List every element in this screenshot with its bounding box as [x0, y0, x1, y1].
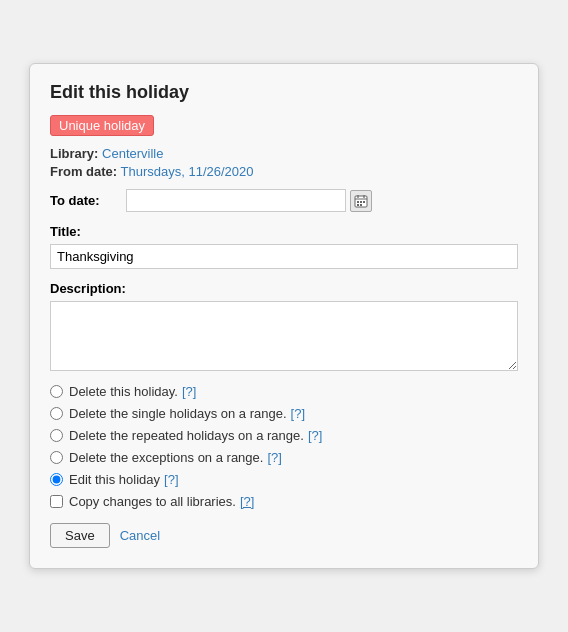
library-value: Centerville — [102, 146, 163, 161]
title-label: Title: — [50, 224, 518, 239]
radio-delete-exceptions[interactable] — [50, 451, 63, 464]
library-label: Library: — [50, 146, 98, 161]
radio-edit-holiday[interactable] — [50, 473, 63, 486]
description-label: Description: — [50, 281, 518, 296]
radio-delete-single-label: Delete the single holidays on a range. — [69, 406, 287, 421]
radio-row-delete-repeated: Delete the repeated holidays on a range.… — [50, 428, 518, 443]
from-date-value: Thursdays, 11/26/2020 — [121, 164, 254, 179]
library-row: Library: Centerville — [50, 146, 518, 161]
svg-rect-8 — [360, 204, 362, 206]
cancel-button[interactable]: Cancel — [120, 528, 160, 543]
radio-row-delete-single: Delete the single holidays on a range. [… — [50, 406, 518, 421]
from-date-row: From date: Thursdays, 11/26/2020 — [50, 164, 518, 179]
save-button[interactable]: Save — [50, 523, 110, 548]
copy-changes-label: Copy changes to all libraries. — [69, 494, 236, 509]
action-row: Save Cancel — [50, 523, 518, 548]
svg-rect-6 — [363, 201, 365, 203]
calendar-icon[interactable] — [350, 190, 372, 212]
radio-row-edit-holiday: Edit this holiday [?] — [50, 472, 518, 487]
help-link-delete-exceptions[interactable]: [?] — [267, 450, 281, 465]
radio-options-group: Delete this holiday. [?] Delete the sing… — [50, 384, 518, 487]
from-date-label: From date: — [50, 164, 117, 179]
radio-delete-exceptions-label: Delete the exceptions on a range. — [69, 450, 263, 465]
radio-delete-repeated[interactable] — [50, 429, 63, 442]
to-date-row: To date: — [50, 189, 518, 212]
radio-row-delete-exceptions: Delete the exceptions on a range. [?] — [50, 450, 518, 465]
to-date-label: To date: — [50, 193, 120, 208]
title-input[interactable] — [50, 244, 518, 269]
radio-edit-holiday-label: Edit this holiday — [69, 472, 160, 487]
copy-changes-checkbox[interactable] — [50, 495, 63, 508]
svg-rect-4 — [357, 201, 359, 203]
to-date-input[interactable] — [126, 189, 346, 212]
description-textarea[interactable] — [50, 301, 518, 371]
edit-holiday-dialog: Edit this holiday Unique holiday Library… — [29, 63, 539, 569]
radio-delete-single[interactable] — [50, 407, 63, 420]
help-link-edit-holiday[interactable]: [?] — [164, 472, 178, 487]
help-link-delete-single[interactable]: [?] — [291, 406, 305, 421]
help-link-delete-repeated[interactable]: [?] — [308, 428, 322, 443]
svg-rect-7 — [357, 204, 359, 206]
dialog-title: Edit this holiday — [50, 82, 518, 103]
help-link-copy-changes[interactable]: [?] — [240, 494, 254, 509]
radio-delete-holiday[interactable] — [50, 385, 63, 398]
unique-holiday-badge: Unique holiday — [50, 115, 154, 136]
copy-changes-row: Copy changes to all libraries. [?] — [50, 494, 518, 509]
radio-delete-repeated-label: Delete the repeated holidays on a range. — [69, 428, 304, 443]
radio-row-delete-holiday: Delete this holiday. [?] — [50, 384, 518, 399]
svg-rect-5 — [360, 201, 362, 203]
help-link-delete-holiday[interactable]: [?] — [182, 384, 196, 399]
radio-delete-holiday-label: Delete this holiday. — [69, 384, 178, 399]
